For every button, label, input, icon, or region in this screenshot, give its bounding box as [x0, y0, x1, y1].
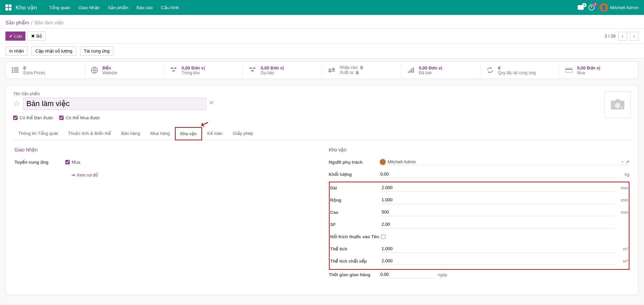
apps-icon[interactable] — [5, 4, 12, 11]
stat-website[interactable]: ĐếnWebsite — [85, 62, 164, 79]
sf-input[interactable] — [381, 220, 615, 228]
height-label: Cao — [330, 210, 381, 215]
app-brand[interactable]: Kho vận — [16, 4, 37, 11]
append-dim-checkbox[interactable] — [381, 235, 385, 239]
avatar: 👤 — [599, 3, 608, 12]
language-tag[interactable]: VI — [209, 100, 213, 105]
menu-config[interactable]: Cấu hình — [161, 5, 179, 10]
user-menu[interactable]: 👤 Mitchell Admin — [599, 3, 639, 12]
card-icon — [564, 68, 574, 73]
save-button[interactable]: ✔ Lưu — [5, 32, 25, 41]
chevron-down-icon[interactable]: ▾ — [622, 160, 623, 164]
product-form: Tên Sản phẩm ☆ VI Có thể Bán được Có thể… — [5, 85, 639, 295]
tabs: Thông tin Tổng quát Thuộc tính & Biến th… — [13, 127, 631, 140]
breadcrumb-parent[interactable]: Sản phẩm — [5, 20, 29, 26]
pager-next[interactable]: › — [630, 32, 639, 41]
length-label: Dài — [330, 185, 381, 190]
stat-forecast[interactable]: 0,00 Đơn vịDự báo — [243, 62, 322, 79]
responsible-label: Người phụ trách — [329, 160, 380, 165]
menu-overview[interactable]: Tổng quan — [49, 5, 70, 10]
volume-label: Thể tích — [330, 246, 381, 251]
update-qty-button[interactable]: Cập nhật số lượng — [31, 46, 76, 56]
subaction-bar: In nhãn Cập nhật số lượng Tái cung ứng — [0, 44, 644, 59]
width-unit: mm — [615, 198, 628, 203]
stat-extra-prices[interactable]: 0Extra Prices — [6, 62, 85, 79]
cubes-icon — [248, 67, 257, 73]
lead-input[interactable] — [380, 270, 434, 279]
globe-icon — [90, 67, 99, 74]
weight-label: Khối lượng — [329, 172, 380, 177]
can-buy-checkbox[interactable]: Có thể Mua được — [59, 115, 100, 120]
tab-variants[interactable]: Thuộc tính & Biến thể — [63, 127, 116, 140]
pager-text: 3 / 28 — [604, 34, 616, 39]
svg-rect-2 — [565, 69, 572, 70]
list-icon — [10, 67, 20, 73]
pager: 3 / 28 ‹ › — [604, 32, 639, 41]
arrow-right-icon: ➔ — [71, 172, 75, 178]
lead-unit: ngày — [438, 272, 447, 277]
tab-accounting[interactable]: Kế toán — [202, 127, 228, 140]
stat-inout[interactable]: Nhập vào: 0 Xuất ra: 0 — [322, 62, 401, 79]
height-input[interactable] — [381, 208, 615, 216]
append-dim-label: Nối Kích thước vào Tên — [330, 234, 381, 239]
width-label: Rộng — [330, 198, 381, 203]
favorite-star-icon[interactable]: ☆ — [13, 99, 20, 108]
responsible-field[interactable]: Mitchell Admin — [380, 159, 416, 165]
messaging-icon[interactable]: 6 — [578, 5, 584, 10]
product-name-label: Tên Sản phẩm — [13, 92, 604, 96]
user-name: Mitchell Admin — [610, 5, 639, 10]
stat-sold[interactable]: 0,00 Đơn vịĐã bán — [401, 62, 481, 79]
length-input[interactable] — [381, 184, 615, 192]
volume-input[interactable] — [381, 245, 615, 253]
breadcrumb: Sản phẩm / Bàn làm việc — [0, 15, 644, 29]
menu-transfer[interactable]: Giao Nhận — [79, 5, 100, 10]
route-buy-checkbox[interactable]: Mua — [65, 160, 80, 165]
product-image-placeholder[interactable] — [604, 92, 631, 118]
avatar-icon — [380, 159, 386, 165]
can-sell-checkbox[interactable]: Có thể Bán được — [13, 115, 53, 120]
stat-onhand[interactable]: 0,00 Đơn vịTrong kho — [164, 62, 243, 79]
stow-label: Thể tích chất xếp — [330, 259, 381, 264]
tab-purchase[interactable]: Mua hàng — [145, 127, 175, 140]
menu-reports[interactable]: Báo cáo — [137, 5, 153, 10]
sf-label: SF — [330, 222, 381, 227]
refresh-icon — [485, 67, 495, 73]
lead-label: Thời gian giao hàng — [329, 272, 380, 277]
stat-purchased[interactable]: 0,00 Đơn vịMua — [559, 62, 638, 79]
svg-rect-1 — [565, 68, 572, 73]
stat-buttons: 0Extra Prices ĐếnWebsite 0,00 Đơn vịTron… — [5, 61, 639, 79]
tab-general[interactable]: Thông tin Tổng quát — [13, 127, 63, 140]
tab-inventory[interactable]: Kho vận — [175, 127, 202, 140]
external-link-icon[interactable]: ↗ — [625, 159, 629, 165]
annotation-box: Dài mm Rộng mm Cao mm SF — [329, 182, 630, 270]
route-label: Tuyến cung ứng — [15, 160, 65, 165]
print-label-button[interactable]: In nhãn — [5, 46, 27, 56]
menu-products[interactable]: Sản phẩm — [108, 5, 129, 10]
pager-prev[interactable]: ‹ — [618, 32, 627, 41]
view-diagram-link[interactable]: ➔ Xem sơ đồ — [71, 172, 98, 178]
svg-point-3 — [615, 103, 620, 108]
chat-badge: 6 — [582, 3, 586, 7]
stow-unit: m³ — [615, 259, 628, 264]
discard-button[interactable]: ✖ Bỏ — [27, 32, 46, 41]
right-column: Kho vận Người phụ trách Mitchell Admin ▾… — [329, 147, 630, 282]
activity-icon[interactable]: 7 — [589, 4, 595, 11]
product-name-input[interactable] — [23, 98, 206, 110]
activity-badge: 7 — [593, 2, 597, 6]
cubes-icon — [169, 67, 178, 73]
volume-unit: m³ — [615, 246, 628, 251]
stat-reorder-rules[interactable]: 0Quy tắc tái cung ứng — [481, 62, 560, 79]
breadcrumb-current: Bàn làm việc — [35, 20, 64, 26]
tab-sales[interactable]: Bán hàng — [116, 127, 145, 140]
length-unit: mm — [615, 185, 628, 190]
height-unit: mm — [615, 210, 628, 215]
chart-icon — [406, 67, 416, 73]
top-nav: Kho vận Tổng quan Giao Nhận Sản phẩm Báo… — [0, 0, 644, 15]
width-input[interactable] — [381, 196, 615, 204]
tab-license[interactable]: Giấy phép — [228, 127, 258, 140]
stow-input[interactable] — [381, 257, 615, 265]
exchange-icon — [327, 68, 336, 73]
action-bar: ✔ Lưu ✖ Bỏ 3 / 28 ‹ › — [0, 29, 644, 44]
replenish-button[interactable]: Tái cung ứng — [80, 46, 113, 56]
weight-input[interactable] — [380, 170, 616, 178]
